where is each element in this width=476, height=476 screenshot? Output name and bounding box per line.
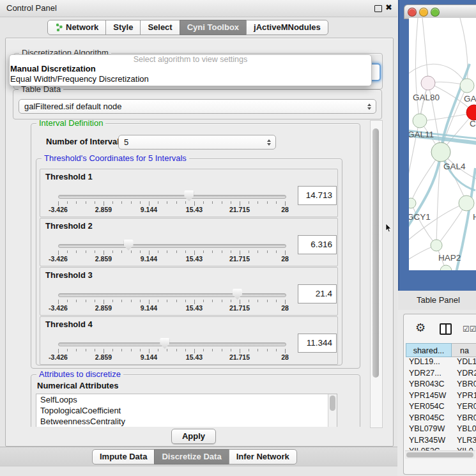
float-window-icon[interactable] bbox=[374, 5, 382, 12]
attribute-list-item[interactable]: TopologicalCoefficient bbox=[36, 405, 337, 416]
network-node-gal11[interactable] bbox=[413, 114, 427, 128]
threshold-value-field[interactable]: 6.316 bbox=[298, 235, 337, 254]
scale-label: 2.859 bbox=[95, 353, 112, 361]
tick-mark bbox=[276, 300, 277, 302]
attributes-scrollbar[interactable] bbox=[328, 394, 337, 427]
slider-thumb[interactable] bbox=[233, 289, 242, 300]
column-header-shared-name[interactable]: shared... bbox=[406, 343, 452, 357]
scale-label: 28 bbox=[281, 255, 289, 263]
tab-cyni-toolbox[interactable]: Cyni Toolbox bbox=[180, 20, 247, 35]
mouse-cursor bbox=[385, 224, 393, 233]
network-node-hap2[interactable] bbox=[431, 240, 442, 251]
tick-mark bbox=[121, 300, 122, 302]
threshold-title: Threshold 1 bbox=[45, 172, 93, 181]
columns-icon[interactable] bbox=[440, 323, 452, 335]
table-row[interactable]: YPR145WYPR1 bbox=[406, 391, 476, 403]
network-node-ga[interactable] bbox=[460, 79, 474, 93]
table-row[interactable]: YBR045CYBR0 bbox=[406, 413, 476, 425]
tab-select[interactable]: Select bbox=[140, 20, 180, 35]
threshold-value-field[interactable]: 14.713 bbox=[298, 186, 337, 205]
slider-track[interactable] bbox=[58, 195, 286, 199]
attribute-list-item[interactable]: BetweennessCentrality bbox=[36, 416, 337, 427]
panel-title: Control Panel bbox=[6, 3, 57, 13]
numerical-attributes-list[interactable]: SelfLoopsTopologicalCoefficientBetweenne… bbox=[36, 394, 337, 427]
network-node[interactable] bbox=[440, 265, 452, 270]
tick-mark bbox=[285, 349, 286, 353]
column-header-name[interactable]: na bbox=[452, 343, 476, 357]
tick-mark bbox=[249, 300, 249, 302]
tick-mark bbox=[185, 250, 186, 253]
table-row[interactable]: YLR345WYLR3 bbox=[406, 436, 476, 447]
checkboxes-icon[interactable]: ☑☑ bbox=[463, 325, 476, 334]
bottom-tab-impute-data[interactable]: Impute Data bbox=[92, 449, 155, 464]
tick-mark bbox=[158, 201, 158, 204]
panel-scrollbar-thumb[interactable] bbox=[372, 128, 379, 378]
table-hscrollbar-thumb[interactable] bbox=[406, 452, 473, 457]
tab-network[interactable]: Network bbox=[47, 20, 106, 35]
close-icon[interactable]: ✖ bbox=[385, 3, 392, 12]
number-of-intervals-spinner[interactable]: 5 bbox=[118, 135, 276, 150]
threshold-value-field[interactable]: 21.4 bbox=[298, 284, 337, 303]
table-row[interactable]: YBR043CYBR0 bbox=[406, 380, 476, 391]
table-horizontal-scrollbar[interactable] bbox=[405, 450, 475, 459]
slider-thumb[interactable] bbox=[184, 190, 194, 201]
threshold-value-field[interactable]: 11.344 bbox=[298, 334, 337, 353]
attributes-scrollbar-thumb[interactable] bbox=[330, 395, 335, 411]
minimize-traffic-light[interactable] bbox=[419, 8, 428, 17]
bottom-tab-infer-network[interactable]: Infer Network bbox=[229, 449, 297, 464]
table-panel-header: Table Panel bbox=[398, 291, 476, 311]
dropdown-option-1[interactable]: Manual Discretization bbox=[10, 64, 371, 74]
table-data-combobox[interactable]: galFiltered.sif default node bbox=[19, 99, 376, 114]
tab-jactivemnodules[interactable]: jActiveMNodules bbox=[246, 20, 328, 35]
numerical-attributes-label: Numerical Attributes bbox=[37, 381, 118, 390]
table-data-value: galFiltered.sif default node bbox=[24, 102, 121, 111]
bottom-tab-discretize-data[interactable]: Discretize Data bbox=[154, 449, 229, 464]
network-edge bbox=[420, 113, 473, 121]
close-traffic-light[interactable] bbox=[408, 8, 417, 17]
control-panel-window: Control Panel ✖ NetworkStyleSelectCyni T… bbox=[0, 0, 397, 476]
network-canvas[interactable]: GAL80GACGAL11GAL4GCY1HHAP2 bbox=[409, 18, 476, 270]
attribute-list-item[interactable]: SelfLoops bbox=[36, 394, 337, 405]
network-node-gal4[interactable] bbox=[431, 142, 450, 162]
network-window-titlebar[interactable] bbox=[404, 4, 476, 19]
tick-mark bbox=[267, 201, 268, 204]
cell-shared-name: YER054C bbox=[406, 402, 452, 413]
threshold-title: Threshold 4 bbox=[45, 319, 93, 329]
cell-shared-name: YDL19... bbox=[406, 357, 452, 369]
tick-mark bbox=[67, 300, 68, 302]
slider-track[interactable] bbox=[58, 293, 286, 297]
tick-mark bbox=[176, 201, 177, 204]
tick-mark bbox=[212, 300, 213, 302]
network-node-h[interactable] bbox=[459, 196, 474, 211]
tab-label: Style bbox=[113, 22, 133, 32]
tick-mark bbox=[167, 250, 167, 253]
table-row[interactable]: YDL19...YDL1 bbox=[406, 357, 476, 369]
tick-mark bbox=[231, 300, 231, 302]
tick-mark bbox=[149, 349, 150, 353]
tick-mark bbox=[58, 300, 59, 304]
slider-thumb[interactable] bbox=[160, 338, 169, 349]
network-graph[interactable]: GAL80GACGAL11GAL4GCY1HHAP2 bbox=[409, 18, 476, 270]
tick-mark bbox=[158, 300, 158, 302]
slider-track[interactable] bbox=[58, 342, 286, 346]
table-panel-body: ⚙ ☑☑ shared... na YDL19...YDL1YDR27...YD… bbox=[398, 310, 476, 476]
table-row[interactable]: YDR27...YDR2 bbox=[406, 369, 476, 380]
tick-mark bbox=[149, 250, 150, 255]
node-table[interactable]: shared... na YDL19...YDL1YDR27...YDR2YBR… bbox=[406, 343, 476, 466]
tab-style[interactable]: Style bbox=[105, 20, 141, 35]
network-node-gal80[interactable] bbox=[421, 76, 435, 90]
tick-mark bbox=[276, 250, 277, 253]
apply-button[interactable]: Apply bbox=[171, 429, 216, 444]
slider-scale-labels: -3.4262.8599.14415.4321.71528 bbox=[58, 304, 285, 312]
slider-track[interactable] bbox=[58, 244, 286, 248]
table-row[interactable]: YER054CYER0 bbox=[406, 402, 476, 413]
scale-label: 15.43 bbox=[186, 255, 203, 263]
control-panel-titlebar: Control Panel ✖ bbox=[0, 0, 397, 17]
zoom-traffic-light[interactable] bbox=[431, 8, 440, 17]
network-node-gcy1[interactable] bbox=[409, 198, 416, 208]
slider-thumb[interactable] bbox=[124, 240, 134, 250]
gear-icon[interactable]: ⚙ bbox=[415, 322, 426, 334]
dropdown-option-2[interactable]: Equal Width/Frequency Discretization bbox=[10, 74, 371, 84]
table-row[interactable]: YBL079WYBL0 bbox=[406, 424, 476, 436]
panel-scrollbar[interactable] bbox=[370, 120, 383, 428]
